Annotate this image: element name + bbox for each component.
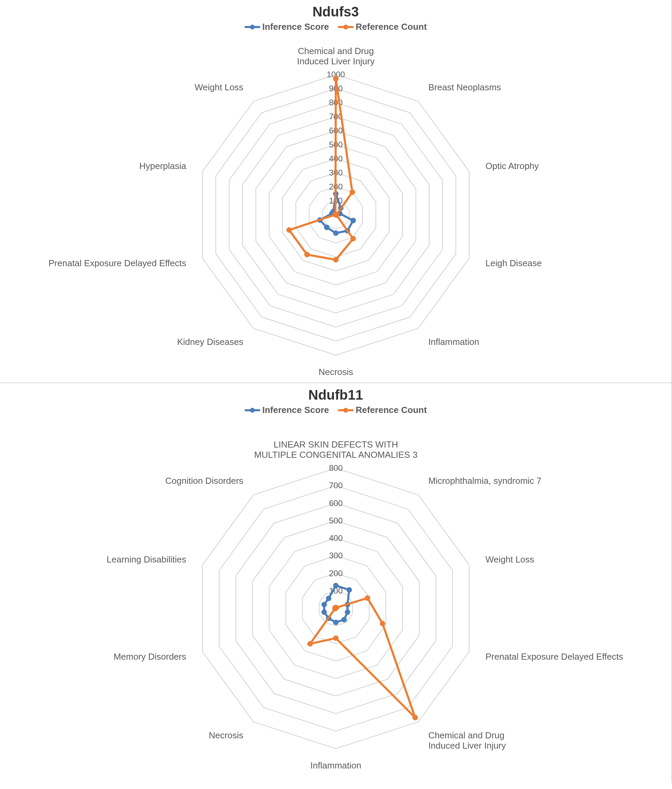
svg-point-78 [333, 636, 339, 641]
svg-text:Microphthalmia, syndromic 7: Microphthalmia, syndromic 7 [428, 476, 541, 486]
chart-title: Ndufs3 [0, 0, 671, 22]
svg-text:400: 400 [329, 533, 342, 543]
chart-legend: Inference Score Reference Count [0, 405, 671, 417]
legend-label: Reference Count [356, 405, 427, 415]
legend-label: Inference Score [262, 22, 329, 32]
svg-point-36 [350, 236, 356, 241]
svg-text:Chemical and Drug: Chemical and Drug [428, 730, 505, 740]
svg-text:Learning Disabilities: Learning Disabilities [107, 554, 186, 565]
chart-ndufb11: Ndufb11 Inference Score Reference Count … [0, 383, 672, 783]
legend-label: Inference Score [262, 405, 329, 415]
svg-point-82 [333, 605, 338, 610]
svg-point-70 [321, 609, 326, 615]
svg-text:MULTIPLE CONGENITAL ANOMALIES : MULTIPLE CONGENITAL ANOMALIES 3 [254, 450, 417, 460]
legend-item-reference: Reference Count [338, 22, 427, 32]
svg-point-68 [333, 620, 339, 625]
svg-point-71 [321, 602, 326, 607]
svg-text:600: 600 [329, 498, 342, 508]
svg-point-63 [333, 583, 339, 588]
svg-text:Leigh Disease: Leigh Disease [485, 258, 542, 268]
svg-point-72 [326, 596, 331, 601]
svg-point-41 [333, 211, 338, 217]
svg-text:500: 500 [329, 516, 342, 525]
svg-point-33 [349, 190, 355, 195]
svg-text:Chemical and Drug: Chemical and Drug [298, 46, 374, 56]
svg-text:Induced Liver Injury: Induced Liver Injury [297, 56, 374, 66]
svg-point-64 [346, 587, 352, 593]
legend-label: Reference Count [356, 22, 427, 32]
legend-item-inference: Inference Score [245, 405, 329, 415]
radar-svg: 01002003004005006007008009001000Chemical… [28, 34, 643, 383]
chart-title: Ndufb11 [0, 383, 671, 405]
legend-item-reference: Reference Count [338, 405, 427, 415]
svg-point-37 [333, 257, 339, 262]
radar-svg: 0100200300400500600700800LINEAR SKIN DEF… [28, 417, 643, 783]
svg-text:Kidney Diseases: Kidney Diseases [177, 337, 243, 347]
svg-point-75 [365, 595, 370, 601]
svg-text:300: 300 [329, 551, 342, 560]
chart-ndufs3: Ndufs3 Inference Score Reference Count 0… [0, 0, 672, 383]
svg-text:Optic Atrophy: Optic Atrophy [485, 161, 538, 171]
svg-text:LINEAR SKIN DEFECTS WITH: LINEAR SKIN DEFECTS WITH [273, 439, 398, 450]
svg-point-79 [307, 641, 312, 647]
svg-point-28 [324, 224, 329, 230]
svg-text:800: 800 [329, 463, 342, 473]
svg-text:200: 200 [329, 569, 342, 578]
chart-legend: Inference Score Reference Count [0, 22, 671, 34]
svg-point-76 [380, 621, 385, 626]
svg-text:Necrosis: Necrosis [318, 367, 353, 377]
svg-point-39 [286, 227, 292, 233]
svg-point-38 [304, 252, 309, 257]
svg-text:Weight Loss: Weight Loss [485, 554, 534, 565]
svg-point-25 [350, 217, 356, 223]
svg-point-32 [333, 76, 339, 81]
svg-text:Induced Liver Injury: Induced Liver Injury [428, 740, 506, 751]
svg-point-77 [412, 715, 417, 720]
svg-point-66 [345, 609, 350, 615]
svg-point-67 [341, 617, 347, 622]
svg-text:Inflammation: Inflammation [310, 760, 361, 770]
svg-text:Prenatal Exposure Delayed Effe: Prenatal Exposure Delayed Effects [485, 652, 623, 662]
legend-swatch-orange [338, 409, 354, 411]
legend-swatch-blue [245, 26, 260, 28]
svg-text:Memory Disorders: Memory Disorders [113, 652, 186, 662]
legend-item-inference: Inference Score [245, 22, 329, 32]
svg-text:700: 700 [329, 481, 342, 490]
svg-text:Breast Neoplasms: Breast Neoplasms [428, 82, 501, 93]
svg-text:Weight Loss: Weight Loss [194, 82, 244, 93]
svg-text:Cognition Disorders: Cognition Disorders [165, 476, 243, 486]
page-root: Ndufs3 Inference Score Reference Count 0… [0, 0, 672, 783]
legend-swatch-orange [338, 26, 354, 28]
svg-point-27 [333, 230, 339, 236]
svg-text:Prenatal Exposure Delayed Effe: Prenatal Exposure Delayed Effects [48, 258, 186, 268]
svg-text:Necrosis: Necrosis [209, 730, 243, 740]
svg-text:Inflammation: Inflammation [428, 337, 479, 347]
svg-text:Hyperplasia: Hyperplasia [139, 161, 186, 171]
legend-swatch-blue [245, 409, 260, 411]
